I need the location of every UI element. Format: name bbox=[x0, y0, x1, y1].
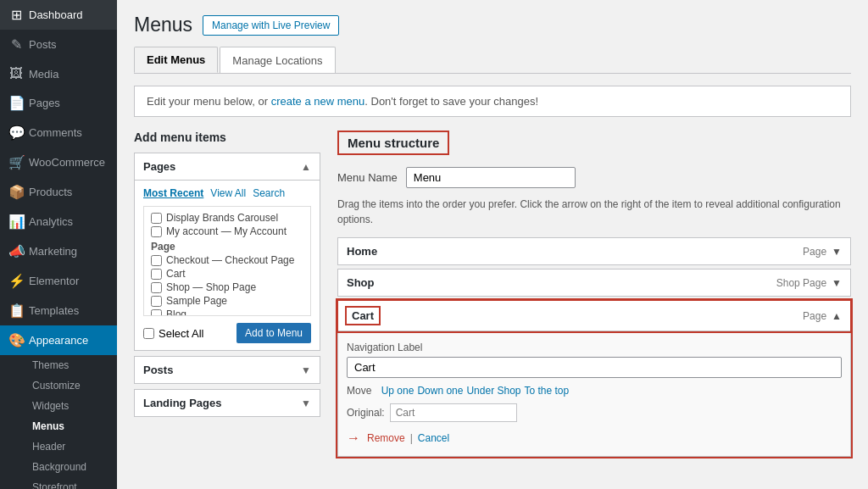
sidebar-item-label: Pages bbox=[29, 97, 60, 109]
sidebar-item-appearance[interactable]: 🎨 Appearance bbox=[0, 325, 117, 355]
sidebar-item-customize[interactable]: Customize bbox=[24, 375, 117, 396]
sidebar-item-comments[interactable]: 💬 Comments bbox=[0, 118, 117, 147]
sidebar-item-dashboard[interactable]: ⊞ Dashboard bbox=[0, 0, 117, 30]
nav-label-input[interactable] bbox=[347, 357, 842, 378]
page-label: Checkout — Checkout Page bbox=[166, 254, 294, 266]
sidebar-item-label: Elementor bbox=[29, 275, 79, 287]
sidebar-item-label: Analytics bbox=[29, 215, 73, 228]
sidebar-item-header[interactable]: Header bbox=[24, 436, 117, 457]
sidebar-item-posts[interactable]: ✎ Posts bbox=[0, 30, 117, 59]
pages-accordion-body: Most Recent View All Search Display Bran… bbox=[135, 180, 320, 350]
sidebar-item-menus[interactable]: Menus bbox=[24, 416, 117, 436]
sidebar-item-elementor[interactable]: ⚡ Elementor bbox=[0, 266, 117, 296]
sidebar-item-background[interactable]: Background bbox=[24, 457, 117, 477]
page-checkbox-my-account[interactable] bbox=[151, 226, 162, 237]
menu-item-cart-type: Page bbox=[803, 310, 826, 322]
landing-pages-accordion-arrow: ▼ bbox=[301, 397, 311, 409]
page-checkbox-checkout[interactable] bbox=[151, 255, 162, 266]
posts-accordion-header[interactable]: Posts ▼ bbox=[135, 357, 320, 383]
menu-item-cart-body: Navigation Label Move Up one Down one Un… bbox=[338, 331, 850, 456]
menu-item-shop-toggle[interactable]: ▼ bbox=[832, 277, 842, 289]
sidebar-item-products[interactable]: 📦 Products bbox=[0, 177, 117, 207]
page-label: Blog bbox=[166, 308, 186, 316]
add-menu-items-title: Add menu items bbox=[134, 131, 320, 144]
main-content: Menus Manage with Live Preview Edit Menu… bbox=[117, 0, 868, 489]
two-column-layout: Add menu items Pages ▲ Most Recent View … bbox=[134, 131, 851, 460]
red-arrow-icon: → bbox=[347, 431, 360, 446]
pages-accordion: Pages ▲ Most Recent View All Search D bbox=[134, 153, 320, 351]
action-row: → Remove | Cancel bbox=[347, 431, 842, 446]
page-checkbox-cart[interactable] bbox=[151, 269, 162, 280]
menu-item-cart-title: Cart bbox=[347, 308, 379, 324]
posts-icon: ✎ bbox=[8, 36, 24, 53]
select-all-checkbox[interactable] bbox=[143, 328, 154, 339]
sidebar-item-label: WooCommerce bbox=[29, 156, 105, 169]
menu-item-home-toggle[interactable]: ▼ bbox=[832, 246, 842, 258]
menu-item-shop-right: Shop Page ▼ bbox=[776, 277, 842, 289]
page-checkbox-display-brands[interactable] bbox=[151, 213, 162, 224]
header-label: Header bbox=[32, 441, 65, 453]
menu-item-home-type: Page bbox=[803, 246, 826, 258]
sidebar-item-analytics[interactable]: 📊 Analytics bbox=[0, 207, 117, 236]
menu-name-input[interactable] bbox=[406, 167, 576, 188]
sidebar-item-templates[interactable]: 📋 Templates bbox=[0, 296, 117, 325]
info-text-after: . Don't forget to save your changes! bbox=[364, 95, 538, 108]
sidebar-item-pages[interactable]: 📄 Pages bbox=[0, 88, 117, 118]
info-bar: Edit your menu below, or create a new me… bbox=[134, 86, 851, 117]
sidebar-item-woocommerce[interactable]: 🛒 WooCommerce bbox=[0, 147, 117, 177]
move-under-shop-link[interactable]: Under Shop bbox=[466, 385, 520, 397]
menu-item-cart-toggle[interactable]: ▲ bbox=[832, 310, 842, 322]
landing-pages-accordion-header[interactable]: Landing Pages ▼ bbox=[135, 390, 320, 416]
list-item: Shop — Shop Page bbox=[151, 281, 303, 293]
menu-item-shop-header[interactable]: Shop Shop Page ▼ bbox=[338, 270, 850, 296]
sidebar-item-themes[interactable]: Themes bbox=[24, 355, 117, 375]
page-checkbox-sample[interactable] bbox=[151, 296, 162, 307]
sidebar-item-media[interactable]: 🖼 Media bbox=[0, 59, 117, 88]
nav-label-field: Navigation Label bbox=[347, 342, 842, 378]
menu-item-home: Home Page ▼ bbox=[337, 237, 851, 265]
menu-name-row: Menu Name bbox=[337, 167, 851, 188]
page-checkbox-blog[interactable] bbox=[151, 309, 162, 317]
live-preview-button[interactable]: Manage with Live Preview bbox=[203, 15, 339, 36]
tab-manage-locations[interactable]: Manage Locations bbox=[220, 47, 335, 73]
create-new-menu-link[interactable]: create a new menu bbox=[271, 95, 365, 108]
appearance-icon: 🎨 bbox=[8, 332, 24, 348]
menu-item-cart-header[interactable]: Cart Page ▲ bbox=[338, 301, 850, 331]
mini-tab-view-all[interactable]: View All bbox=[210, 187, 246, 199]
list-item: My account — My Account bbox=[151, 225, 303, 237]
list-item: Sample Page bbox=[151, 295, 303, 307]
sidebar-item-label: Dashboard bbox=[29, 8, 83, 21]
mini-tabs: Most Recent View All Search bbox=[143, 187, 311, 199]
tabs-row: Edit Menus Manage Locations bbox=[134, 47, 851, 74]
pages-accordion-header[interactable]: Pages ▲ bbox=[135, 153, 320, 180]
original-label: Original: bbox=[347, 407, 385, 419]
page-label: Cart bbox=[166, 268, 186, 280]
menu-item-cart: Cart Page ▲ Navigation Label Move bbox=[337, 300, 851, 457]
mini-tab-most-recent[interactable]: Most Recent bbox=[143, 187, 203, 199]
posts-accordion-label: Posts bbox=[143, 364, 173, 376]
menu-item-shop-title: Shop bbox=[347, 276, 375, 289]
drag-hint: Drag the items into the order you prefer… bbox=[337, 197, 851, 227]
tab-edit-menus[interactable]: Edit Menus bbox=[134, 47, 218, 73]
menu-item-home-header[interactable]: Home Page ▼ bbox=[338, 238, 850, 264]
sidebar-item-label: Templates bbox=[29, 304, 79, 317]
move-down-one-link[interactable]: Down one bbox=[417, 385, 463, 397]
marketing-icon: 📣 bbox=[8, 243, 24, 259]
page-group-label: Page bbox=[151, 241, 303, 253]
remove-link[interactable]: Remove bbox=[367, 432, 405, 444]
page-label: My account — My Account bbox=[166, 225, 287, 237]
sidebar-item-widgets[interactable]: Widgets bbox=[24, 396, 117, 416]
select-all-label: Select All bbox=[159, 327, 203, 340]
page-checkbox-shop[interactable] bbox=[151, 282, 162, 293]
move-up-one-link[interactable]: Up one bbox=[381, 385, 415, 397]
comments-icon: 💬 bbox=[8, 125, 24, 141]
customize-label: Customize bbox=[32, 380, 81, 392]
sidebar-item-marketing[interactable]: 📣 Marketing bbox=[0, 236, 117, 266]
dashboard-icon: ⊞ bbox=[8, 7, 24, 23]
products-icon: 📦 bbox=[8, 184, 24, 200]
mini-tab-search[interactable]: Search bbox=[253, 187, 285, 199]
cancel-link[interactable]: Cancel bbox=[418, 432, 449, 444]
add-to-menu-button[interactable]: Add to Menu bbox=[236, 323, 311, 343]
move-to-top-link[interactable]: To the top bbox=[524, 385, 569, 397]
sidebar-item-storefront[interactable]: Storefront bbox=[24, 477, 117, 489]
